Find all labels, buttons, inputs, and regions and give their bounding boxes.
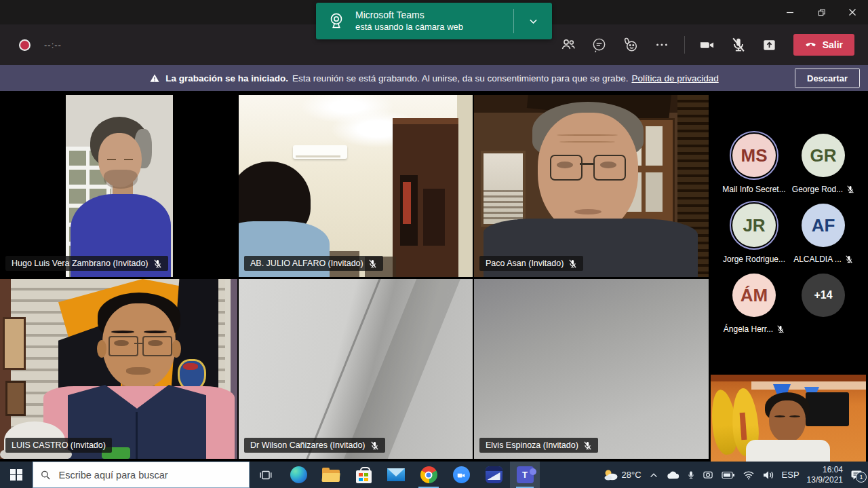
battery-icon[interactable] — [722, 471, 735, 479]
video-feed-art — [0, 279, 237, 459]
microphone-tray-icon[interactable] — [687, 470, 695, 481]
glasses-left — [108, 336, 138, 356]
dismiss-banner-button[interactable]: Descartar — [795, 69, 860, 88]
camera-in-use-toast[interactable]: Microsoft Teams está usando la cámara we… — [316, 3, 552, 39]
vest-zipper — [136, 412, 138, 459]
ac-vent — [296, 155, 340, 157]
camera-tray-icon[interactable] — [703, 470, 714, 480]
video-tile-julio[interactable]: AB. JULIO ALFARO (Invitado) — [239, 95, 473, 277]
hangup-icon — [805, 39, 816, 51]
start-button[interactable] — [0, 462, 33, 488]
toast-app-name: Microsoft Teams — [355, 10, 463, 21]
taskbar-app-teams[interactable]: T — [510, 462, 540, 488]
weather-widget[interactable]: 28°C — [603, 468, 642, 482]
language-indicator[interactable]: ESP — [782, 470, 800, 480]
overflow-participant[interactable]: GR George Rod... — [786, 134, 861, 194]
video-feed-art — [711, 375, 866, 462]
participant-name-label: LUIS CASTRO (Invitado) — [5, 438, 112, 453]
mic-muted-icon — [568, 259, 577, 268]
avatar: MS — [732, 134, 776, 177]
mouth-shadow — [574, 209, 601, 214]
search-input[interactable] — [57, 469, 241, 481]
edge-icon — [290, 466, 307, 483]
banner-body: Esta reunión se está grabando. Al unirse… — [292, 73, 628, 83]
camera-button[interactable] — [698, 36, 716, 54]
forehead-line — [557, 134, 618, 136]
overflow-participant[interactable]: ÁM Ángela Herr... — [717, 274, 791, 334]
toast-expand-button[interactable] — [514, 3, 552, 39]
overflow-participant-name: ALCALDIA ... — [793, 255, 842, 264]
overflow-participant[interactable]: AF ALCALDIA ... — [786, 204, 861, 264]
video-tile-hugo[interactable]: Hugo Luis Vera Zambrano (Invitado) — [0, 95, 237, 277]
action-center-button[interactable]: 1 — [850, 470, 863, 481]
picture-frame — [5, 381, 26, 416]
participant-name-label: Elvis Espinoza (Invitado) — [479, 438, 598, 453]
more-options-button[interactable] — [653, 36, 671, 54]
eye — [107, 159, 116, 160]
volume-icon[interactable] — [762, 470, 774, 480]
onedrive-tray-icon[interactable] — [666, 470, 679, 480]
ear — [172, 340, 181, 358]
eyebrow — [774, 415, 785, 417]
participant-name: Paco Asan (Invitado) — [486, 259, 564, 268]
microphone-button[interactable] — [730, 36, 747, 54]
video-tile-wilson[interactable]: Dr Wilson Cañizares (Invitado) — [239, 279, 473, 459]
taskbar-app-mail[interactable] — [380, 462, 412, 488]
chat-icon — [591, 37, 607, 53]
participant-name: Hugo Luis Vera Zambrano (Invitado) — [12, 259, 149, 268]
clock[interactable]: 16:04 13/9/2021 — [807, 465, 843, 485]
date: 13/9/2021 — [807, 475, 843, 485]
taskbar-app-file-explorer[interactable] — [315, 462, 347, 488]
windows-logo-icon — [10, 469, 22, 481]
ear — [97, 340, 106, 358]
sun-cloud-icon — [603, 468, 619, 482]
overflow-participant-name: Mail Info Secret... — [722, 185, 785, 194]
mic-muted-icon — [776, 325, 785, 333]
video-stage: Hugo Luis Vera Zambrano (Invitado) AB. J… — [0, 91, 868, 462]
chat-button[interactable] — [591, 36, 608, 54]
participants-button[interactable] — [559, 36, 577, 54]
video-tile-paco[interactable]: Paco Asan (Invitado) — [474, 95, 709, 277]
participant-name: Elvis Espinoza (Invitado) — [486, 440, 578, 450]
ceiling-band — [711, 375, 866, 381]
glasses-bridge — [580, 163, 593, 165]
privacy-policy-link[interactable]: Política de privacidad — [631, 73, 718, 83]
windows-taskbar: T 28°C ESP 16:04 13/9/202 — [0, 462, 868, 488]
task-view-icon — [258, 468, 273, 483]
restore-button[interactable] — [806, 0, 837, 24]
eyebrow — [144, 331, 167, 333]
task-view-button[interactable] — [250, 462, 282, 488]
leave-meeting-button[interactable]: Salir — [793, 34, 854, 56]
overflow-participant[interactable]: JR Jorge Rodrigue... — [717, 204, 791, 264]
video-tile-luis[interactable]: LUIS CASTRO (Invitado) — [0, 279, 237, 459]
video-feed-art — [239, 279, 473, 459]
search-icon — [41, 470, 50, 481]
picture-frame — [3, 317, 26, 370]
taskbar-search[interactable] — [33, 462, 250, 488]
taskbar-app-scanner[interactable] — [477, 462, 510, 488]
taskbar-app-zoom[interactable] — [445, 462, 477, 488]
minimize-button[interactable] — [774, 0, 806, 24]
overflow-participant[interactable]: MS Mail Info Secret... — [717, 134, 791, 194]
video-tile-elvis[interactable]: Elvis Espinoza (Invitado) — [474, 279, 709, 459]
more-count-badge: +14 — [802, 274, 845, 317]
file-explorer-icon — [322, 468, 340, 483]
door-pane — [646, 172, 663, 212]
reactions-button[interactable] — [622, 36, 639, 54]
tray-expand-button[interactable] — [649, 471, 658, 479]
mic-muted-icon — [731, 37, 746, 52]
eye-shadow — [114, 340, 129, 346]
close-button[interactable] — [837, 0, 868, 24]
right-wall — [457, 95, 473, 277]
taskbar-app-edge[interactable] — [282, 462, 315, 488]
taskbar-app-store[interactable] — [347, 462, 380, 488]
wifi-icon[interactable] — [743, 470, 755, 480]
taskbar-app-chrome[interactable] — [412, 462, 445, 488]
recording-banner: La grabación se ha iniciado. Esta reunió… — [0, 65, 868, 91]
share-button[interactable] — [761, 36, 778, 54]
window-blind-lines — [484, 190, 523, 221]
camera-on-icon — [699, 37, 715, 53]
overflow-more-participants[interactable]: +14 — [786, 274, 861, 317]
self-view-video[interactable] — [711, 375, 866, 462]
video-feed-art — [474, 279, 709, 459]
